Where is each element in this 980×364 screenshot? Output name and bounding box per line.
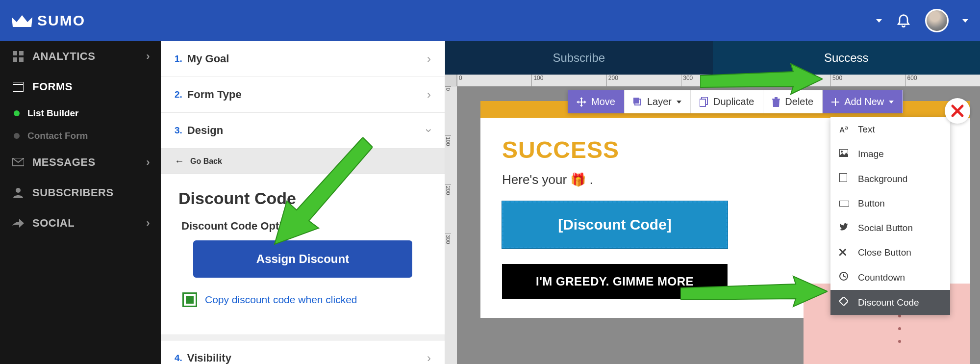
assign-discount-button[interactable]: Assign Discount bbox=[193, 240, 412, 278]
sidebar-item-subscribers[interactable]: SUBSCRIBERS bbox=[0, 178, 161, 208]
main-sidebar: ANALYTICS › FORMS List Builder Contact F… bbox=[0, 41, 161, 364]
dropdown-label: Background bbox=[858, 174, 907, 184]
tag-icon bbox=[839, 297, 852, 308]
background-icon bbox=[839, 173, 852, 184]
step-number: 1. bbox=[175, 53, 182, 64]
chevron-right-icon: › bbox=[146, 217, 150, 230]
sidebar-item-analytics[interactable]: ANALYTICS › bbox=[0, 41, 161, 72]
sidebar-item-forms[interactable]: FORMS bbox=[0, 72, 161, 102]
move-icon bbox=[577, 97, 586, 107]
dropdown-item-countdown[interactable]: Countdown bbox=[830, 265, 950, 290]
section-divider bbox=[161, 335, 445, 340]
discount-code-element[interactable]: [Discount Code] bbox=[502, 201, 728, 248]
chevron-right-icon: › bbox=[427, 52, 431, 66]
close-icon bbox=[839, 247, 852, 258]
close-form-button[interactable] bbox=[945, 98, 970, 124]
sidebar-sub-contact-form[interactable]: Contact Form bbox=[0, 125, 161, 147]
dropdown-item-close-button[interactable]: Close Button bbox=[830, 240, 950, 265]
brand-logo[interactable]: SUMO bbox=[12, 12, 85, 29]
svg-rect-9 bbox=[633, 98, 639, 104]
clock-icon bbox=[839, 272, 852, 283]
annotation-arrow-discount-dropdown bbox=[680, 274, 828, 313]
ruler-tick: 0 bbox=[445, 86, 451, 135]
chevron-right-icon: › bbox=[146, 156, 150, 169]
user-menu-caret-icon[interactable] bbox=[962, 19, 968, 23]
svg-point-13 bbox=[841, 151, 843, 153]
sidebar-sub-label: List Builder bbox=[27, 108, 79, 119]
button-icon bbox=[839, 198, 852, 209]
dropdown-label: Discount Code bbox=[858, 297, 919, 308]
window-icon bbox=[11, 82, 25, 92]
dropdown-label: Image bbox=[858, 149, 884, 159]
svg-rect-2 bbox=[13, 57, 17, 62]
dropdown-item-text[interactable]: ᴀᵃText bbox=[830, 117, 950, 142]
caret-down-icon bbox=[889, 101, 894, 104]
caret-down-icon bbox=[677, 101, 681, 104]
sidebar-sub-label: Contact Form bbox=[27, 130, 88, 141]
toolbar-label: Add New bbox=[844, 96, 884, 107]
arrow-left-icon: ← bbox=[175, 156, 184, 167]
step-form-type[interactable]: 2. Form Type › bbox=[161, 77, 445, 113]
chevron-right-icon: › bbox=[427, 351, 431, 364]
dropdown-label: Countdown bbox=[858, 272, 905, 283]
person-icon bbox=[11, 187, 25, 198]
svg-marker-19 bbox=[275, 137, 373, 244]
step-label: Form Type bbox=[187, 88, 242, 101]
grid-icon bbox=[11, 51, 25, 62]
ruler-tick: 100 bbox=[445, 135, 451, 184]
sidebar-sub-list-builder[interactable]: List Builder bbox=[0, 102, 161, 125]
svg-rect-14 bbox=[839, 173, 847, 182]
ruler-tick: 500 bbox=[830, 75, 905, 86]
chevron-right-icon: › bbox=[427, 88, 431, 102]
layer-button[interactable]: Layer bbox=[625, 90, 691, 113]
step-label: My Goal bbox=[187, 52, 229, 65]
dropdown-item-button[interactable]: Button bbox=[830, 191, 950, 216]
ruler-tick: 300 bbox=[445, 234, 451, 283]
step-my-goal[interactable]: 1. My Goal › bbox=[161, 41, 445, 77]
dropdown-item-discount-code[interactable]: Discount Code bbox=[830, 290, 950, 315]
dropdown-item-background[interactable]: Background bbox=[830, 166, 950, 191]
chevron-right-icon: › bbox=[146, 50, 150, 63]
chevron-down-icon: › bbox=[422, 129, 436, 132]
sidebar-label: ANALYTICS bbox=[32, 50, 95, 63]
sidebar-label: FORMS bbox=[32, 80, 73, 93]
inactive-dot-icon bbox=[14, 133, 20, 139]
notifications-icon[interactable] bbox=[896, 12, 911, 29]
tab-subscribe[interactable]: Subscribe bbox=[445, 41, 713, 75]
plus-icon bbox=[831, 98, 839, 106]
step-number: 2. bbox=[175, 89, 182, 100]
dropdown-item-social-button[interactable]: Social Button bbox=[830, 216, 950, 240]
add-new-button[interactable]: Add New bbox=[823, 90, 903, 113]
canvas-area: Subscribe Success 0 100 200 300 400 500 … bbox=[445, 41, 980, 364]
dropdown-item-image[interactable]: Image bbox=[830, 142, 950, 166]
sidebar-item-social[interactable]: SOCIAL › bbox=[0, 208, 161, 238]
svg-point-7 bbox=[16, 188, 21, 193]
checkbox-label: Copy discount code when clicked bbox=[205, 294, 357, 306]
dropdown-label: Text bbox=[858, 124, 875, 135]
ruler-tick: 0 bbox=[457, 75, 531, 86]
intro-suffix: . bbox=[586, 172, 593, 187]
add-new-dropdown: ᴀᵃText Image Background Button Social Bu… bbox=[830, 117, 950, 315]
move-button[interactable]: Move bbox=[568, 90, 625, 113]
sidebar-item-messages[interactable]: MESSAGES › bbox=[0, 147, 161, 178]
account-caret-icon[interactable] bbox=[876, 19, 882, 23]
image-icon bbox=[839, 149, 852, 159]
mail-icon bbox=[11, 158, 25, 167]
svg-rect-0 bbox=[13, 51, 17, 55]
svg-rect-3 bbox=[19, 57, 24, 62]
user-avatar[interactable] bbox=[925, 9, 949, 32]
share-icon bbox=[11, 219, 25, 228]
checkbox-icon[interactable] bbox=[182, 292, 197, 307]
sidebar-label: SOCIAL bbox=[32, 217, 75, 230]
step-visibility[interactable]: 4. Visibility › bbox=[161, 340, 445, 364]
step-number: 3. bbox=[175, 125, 182, 136]
svg-rect-4 bbox=[13, 82, 24, 92]
twitter-icon bbox=[839, 223, 852, 234]
sidebar-label: MESSAGES bbox=[32, 156, 96, 169]
ruler-tick: 200 bbox=[445, 184, 451, 234]
step-number: 4. bbox=[175, 353, 182, 364]
annotation-arrow-success-tab bbox=[700, 62, 823, 101]
copy-code-checkbox-row[interactable]: Copy discount code when clicked bbox=[178, 290, 427, 309]
intro-prefix: Here's your bbox=[502, 172, 570, 187]
layer-icon bbox=[633, 98, 642, 106]
